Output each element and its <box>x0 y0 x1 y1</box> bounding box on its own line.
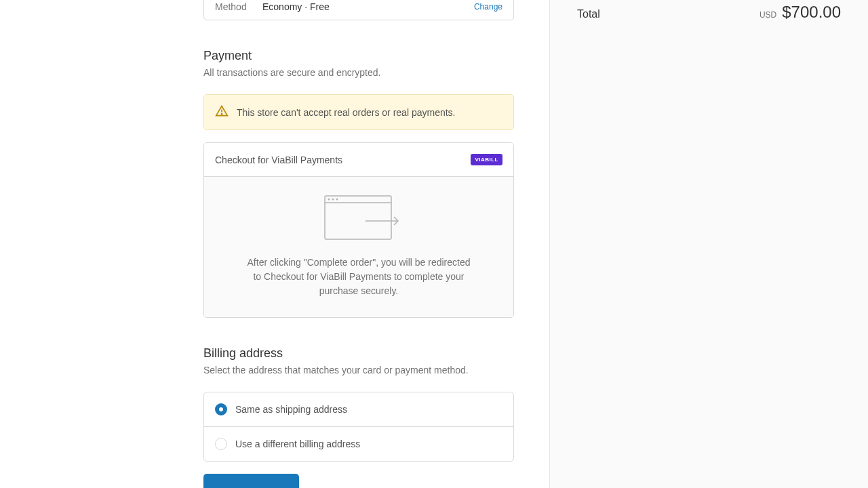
svg-point-6 <box>336 199 338 201</box>
payment-title: Payment <box>203 49 549 63</box>
radio-selected-icon <box>215 403 227 415</box>
payment-method-box: Checkout for ViaBill Payments VIABILL A <box>203 142 514 318</box>
complete-order-button[interactable]: Complete order <box>203 474 299 488</box>
change-shipping-link[interactable]: Change <box>474 2 502 12</box>
payment-method-header[interactable]: Checkout for ViaBill Payments VIABILL <box>204 143 513 177</box>
shipping-method-label: Method <box>215 1 262 12</box>
viabill-badge: VIABILL <box>471 154 502 165</box>
shipping-method-box: Method Economy · Free Change <box>203 0 514 20</box>
warning-icon <box>215 104 229 120</box>
shipping-method-row: Method Economy · Free Change <box>215 1 502 12</box>
billing-subtitle: Select the address that matches your car… <box>203 365 549 375</box>
redirect-illustration-icon <box>318 193 399 242</box>
payment-redirect-desc: After clicking "Complete order", you wil… <box>245 256 473 298</box>
billing-same-label: Same as shipping address <box>235 404 347 415</box>
svg-point-4 <box>328 199 330 201</box>
total-currency: USD <box>760 10 776 20</box>
order-summary-sidebar: Total USD$700.00 <box>550 0 868 488</box>
warning-banner: This store can't accept real orders or r… <box>203 94 514 130</box>
total-amount: $700.00 <box>782 3 841 21</box>
total-row: Total USD$700.00 <box>577 0 841 22</box>
billing-address-box: Same as shipping address Use a different… <box>203 392 514 462</box>
billing-different-label: Use a different billing address <box>235 439 360 449</box>
payment-method-body: After clicking "Complete order", you wil… <box>204 177 513 317</box>
radio-unselected-icon <box>215 438 227 450</box>
billing-different-option[interactable]: Use a different billing address <box>204 426 513 461</box>
svg-point-5 <box>332 199 334 201</box>
svg-point-1 <box>221 114 222 115</box>
actions-row: Complete order Return to shipping <box>203 474 549 488</box>
warning-text: This store can't accept real orders or r… <box>237 107 455 118</box>
payment-method-title: Checkout for ViaBill Payments <box>215 155 342 165</box>
billing-title: Billing address <box>203 346 549 361</box>
shipping-method-value: Economy · Free <box>262 1 474 12</box>
payment-subtitle: All transactions are secure and encrypte… <box>203 67 549 78</box>
total-label: Total <box>577 8 600 20</box>
billing-same-option[interactable]: Same as shipping address <box>204 392 513 426</box>
